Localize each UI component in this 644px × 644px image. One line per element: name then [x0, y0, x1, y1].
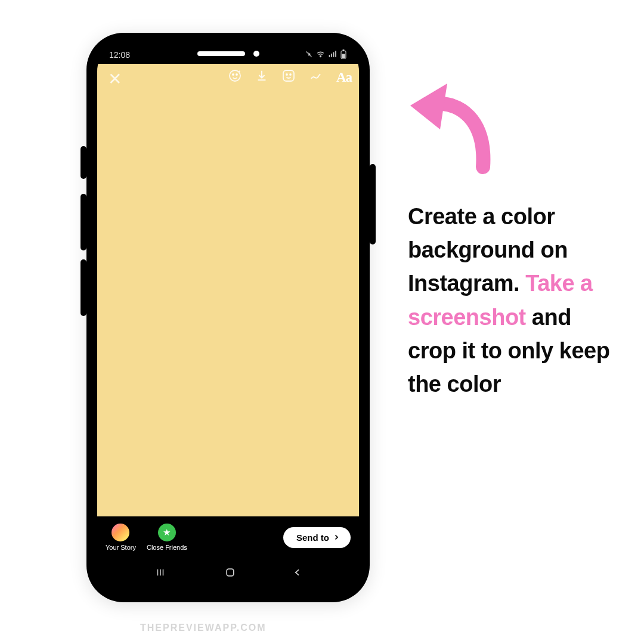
svg-rect-7	[342, 54, 345, 58]
android-nav-bar	[97, 564, 359, 583]
battery-icon	[340, 49, 347, 61]
svg-point-13	[290, 74, 291, 75]
svg-rect-2	[331, 53, 332, 57]
story-canvas[interactable]: ✕ Aa	[97, 64, 359, 516]
speaker	[197, 51, 245, 56]
story-toolbar: Aa	[228, 69, 352, 85]
send-to-button[interactable]: Send to	[283, 527, 351, 548]
power-button	[370, 164, 376, 244]
pointer-arrow	[405, 51, 507, 176]
signal-icon	[328, 50, 337, 60]
your-story-label: Your Story	[106, 544, 136, 551]
svg-rect-1	[329, 55, 330, 57]
svg-point-8	[230, 70, 240, 81]
chevron-right-icon	[333, 532, 340, 543]
front-camera	[253, 51, 259, 57]
draw-icon[interactable]	[309, 69, 323, 85]
your-story-button[interactable]: Your Story	[106, 524, 136, 551]
close-icon[interactable]: ✕	[108, 71, 122, 88]
volume-down-button	[80, 259, 86, 316]
wifi-icon	[316, 50, 325, 60]
text-tool[interactable]: Aa	[336, 70, 352, 84]
svg-rect-3	[333, 52, 335, 57]
nav-recents-icon[interactable]	[154, 567, 167, 580]
svg-rect-11	[283, 70, 294, 81]
watermark: THEPREVIEWAPP.COM	[140, 623, 267, 633]
svg-rect-6	[342, 49, 344, 51]
svg-rect-14	[227, 569, 234, 576]
face-filter-icon[interactable]	[228, 69, 242, 85]
svg-point-0	[320, 55, 321, 57]
svg-rect-4	[335, 51, 336, 57]
side-button-1	[80, 146, 86, 179]
phone-frame: 12:08 ✕	[86, 33, 370, 602]
nav-home-icon[interactable]	[224, 566, 236, 581]
phone-screen: 12:08 ✕	[97, 44, 359, 592]
close-friends-label: Close Friends	[147, 544, 187, 551]
nav-back-icon[interactable]	[293, 567, 302, 580]
download-icon[interactable]	[255, 69, 268, 85]
notch	[169, 44, 288, 64]
story-bottom-bar: Your Story ★ Close Friends Send to	[97, 516, 359, 558]
your-story-icon	[112, 524, 129, 541]
close-friends-icon: ★	[158, 524, 176, 541]
instruction-text: Create a color background on Instagram. …	[408, 200, 611, 401]
svg-point-9	[233, 74, 234, 75]
close-friends-button[interactable]: ★ Close Friends	[147, 524, 187, 551]
status-icons	[305, 49, 347, 61]
status-time: 12:08	[109, 50, 130, 60]
send-to-label: Send to	[296, 532, 329, 543]
svg-point-12	[286, 74, 287, 75]
mute-icon	[305, 50, 313, 60]
volume-up-button	[80, 194, 86, 250]
svg-point-10	[236, 74, 237, 75]
sticker-icon[interactable]	[281, 69, 296, 85]
